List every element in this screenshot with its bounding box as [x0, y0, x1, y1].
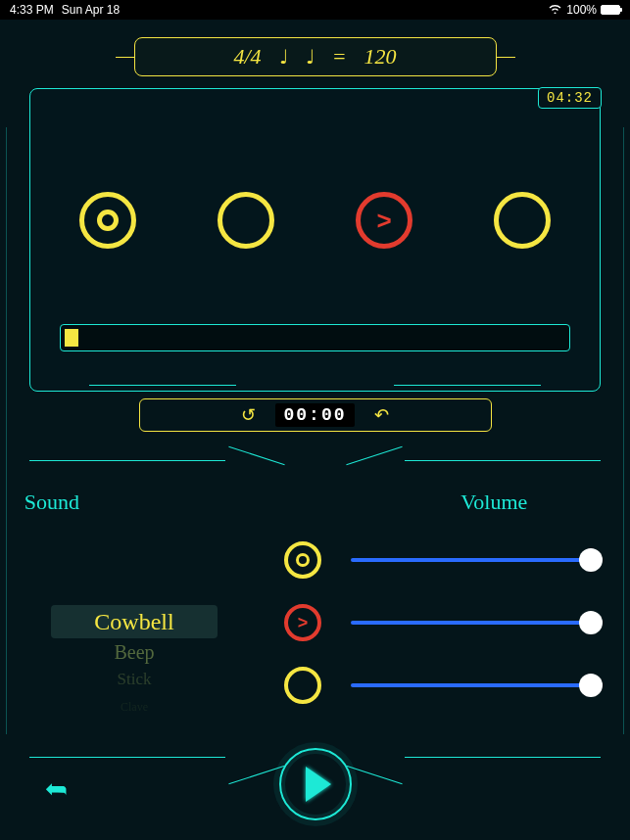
play-icon [306, 767, 331, 802]
progress-fill [65, 329, 78, 347]
decoration-right [623, 127, 624, 734]
sound-label: Sound [24, 490, 79, 515]
picker-selected[interactable]: Cowbell [51, 605, 218, 638]
volume-rows: > [284, 529, 591, 717]
timer-display: 00:00 [275, 403, 354, 427]
volume-slider-accent[interactable] [351, 621, 591, 625]
volume-label: Volume [460, 490, 527, 515]
downbeat-inner-icon [97, 210, 119, 231]
back-button[interactable]: ➦ [45, 772, 68, 805]
main-panel: 04:32 > [29, 88, 601, 392]
accent-icon: > [376, 206, 391, 236]
timer-undo-button[interactable]: ↶ [374, 404, 389, 426]
slider-thumb[interactable] [579, 548, 603, 572]
quarter-note-icon: ♩ [306, 45, 315, 69]
status-time: 4:33 PM [10, 3, 54, 17]
picker-option[interactable]: Beep [51, 638, 218, 666]
quarter-note-icon: ♩ [279, 45, 288, 69]
picker-option[interactable]: Clave [51, 693, 218, 721]
time-signature: 4/4 [234, 44, 262, 70]
wifi-icon [548, 3, 562, 17]
battery-percent: 100% [566, 3, 597, 17]
volume-row-accent: > [284, 591, 591, 654]
volume-row-downbeat [284, 529, 591, 591]
status-date: Sun Apr 18 [62, 3, 120, 17]
bpm-value: 120 [363, 44, 396, 70]
sound-picker[interactable]: Cowbell Beep Stick Clave [51, 585, 218, 721]
beat-4[interactable] [494, 192, 551, 249]
beat-1-downbeat[interactable] [79, 192, 136, 249]
accent-icon: > [284, 604, 321, 641]
slider-thumb[interactable] [579, 611, 603, 634]
divider-top [29, 445, 601, 475]
volume-row-beat [284, 654, 591, 717]
progress-bar[interactable] [60, 324, 570, 351]
panel-bottom-strip [89, 385, 541, 393]
beat-2[interactable] [218, 192, 274, 249]
battery-icon [601, 5, 620, 15]
decoration-left [6, 127, 7, 734]
volume-slider-downbeat[interactable] [351, 558, 591, 562]
beat-3-accent[interactable]: > [356, 192, 412, 249]
tempo-banner[interactable]: 4/4 ♩ ♩ = 120 [134, 37, 497, 76]
section-labels: Sound Volume [0, 490, 630, 515]
session-time-display: 04:32 [538, 87, 602, 109]
downbeat-icon [284, 541, 321, 579]
volume-slider-beat[interactable] [351, 683, 591, 687]
timer-pill: ↺ 00:00 ↶ [139, 398, 492, 432]
slider-thumb[interactable] [579, 674, 603, 697]
status-bar: 4:33 PM Sun Apr 18 100% [0, 0, 630, 20]
beat-row: > [79, 192, 551, 249]
equals-sign: = [332, 44, 347, 70]
beat-icon [284, 667, 321, 704]
play-button[interactable] [279, 748, 352, 820]
timer-reset-button[interactable]: ↺ [241, 404, 256, 426]
picker-option[interactable]: Stick [51, 666, 218, 693]
